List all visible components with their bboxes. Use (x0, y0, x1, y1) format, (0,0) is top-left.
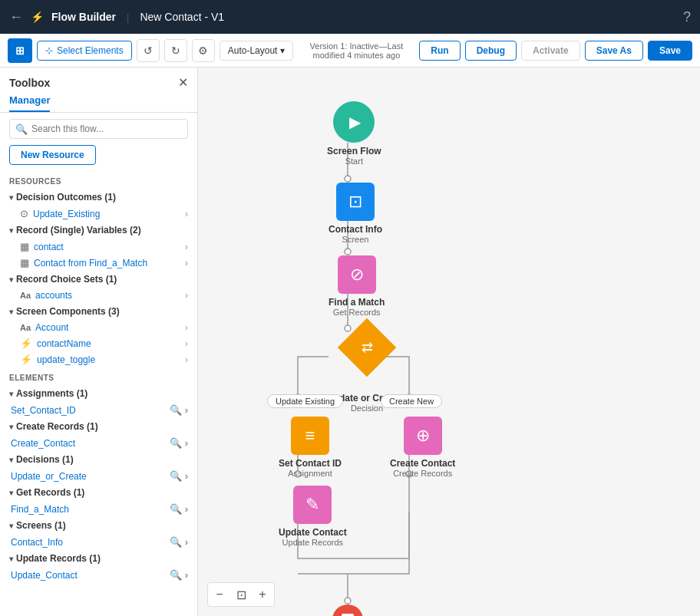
text-icon: Aa (20, 323, 31, 332)
search-icon[interactable]: 🔍 (170, 437, 182, 449)
toolbox-close-button[interactable]: ✕ (178, 75, 188, 90)
search-icon[interactable]: 🔍 (170, 569, 182, 581)
create-contact-sublabel: Create Records (390, 469, 455, 478)
chevron-right-icon: › (185, 322, 188, 333)
toolbox-title: Toolbox (9, 77, 50, 89)
item-label: contactName (37, 338, 185, 349)
create-contact-label: Create Contact (390, 458, 455, 469)
select-elements-button[interactable]: ⊹ Select Elements (37, 41, 132, 61)
cursor-icon: ⊹ (45, 45, 53, 56)
get-records-group[interactable]: ▾ Get Records (1) (0, 484, 197, 501)
debug-button[interactable]: Debug (465, 41, 517, 61)
start-node-sublabel: Start (327, 156, 381, 166)
record-var-icon: ▦ (20, 257, 29, 268)
start-node[interactable]: ▶ Screen Flow Start (327, 101, 381, 166)
manager-tab[interactable]: Manager (9, 94, 50, 112)
save-button[interactable]: Save (648, 41, 692, 61)
element-item[interactable]: Find_a_Match 🔍 › (0, 501, 197, 517)
record-variables-group[interactable]: ▾ Record (Single) Variables (2) (0, 222, 197, 239)
settings-button[interactable]: ⚙ (192, 39, 215, 62)
find-match-node[interactable]: ⊘ Find a Match Get Records (329, 255, 385, 317)
zoom-out-button[interactable]: − (210, 585, 229, 604)
layout-chevron-icon: ▾ (280, 45, 285, 56)
zoom-fit-button[interactable]: ⊡ (231, 585, 251, 604)
chevron-down-icon: ▾ (9, 555, 13, 563)
search-icon[interactable]: 🔍 (170, 470, 182, 482)
zoom-in-button[interactable]: + (253, 585, 272, 604)
new-resource-button[interactable]: New Resource (9, 145, 96, 165)
list-item[interactable]: ⚡ update_toggle › (0, 351, 197, 367)
chevron-right-icon[interactable]: › (185, 503, 188, 515)
toolbox-body: RESOURCES ▾ Decision Outcomes (1) ⊙ Upda… (0, 171, 197, 616)
decision-outcomes-group[interactable]: ▾ Decision Outcomes (1) (0, 189, 197, 206)
search-icon[interactable]: 🔍 (170, 404, 182, 416)
assignment-icon: ≡ (305, 426, 315, 446)
search-icon[interactable]: 🔍 (170, 536, 182, 548)
element-item[interactable]: Create_Contact 🔍 › (0, 435, 197, 451)
list-item[interactable]: ▦ contact › (0, 239, 197, 255)
resources-section-label: RESOURCES (0, 171, 197, 189)
redo-button[interactable]: ↻ (164, 39, 187, 62)
update-record-name: Update_Contact (11, 570, 170, 581)
search-icon[interactable]: 🔍 (170, 503, 182, 515)
element-item[interactable]: Update_or_Create 🔍 › (0, 468, 197, 484)
flow-name: New Contact - V1 (140, 11, 224, 23)
update-contact-label: Update Contact (279, 527, 347, 538)
list-item[interactable]: ⚡ contactName › (0, 335, 197, 351)
update-contact-sublabel: Update Records (279, 538, 347, 547)
element-item[interactable]: Contact_Info 🔍 › (0, 534, 197, 550)
element-item[interactable]: Update_Contact 🔍 › (0, 567, 197, 583)
find-match-sublabel: Get Records (329, 308, 385, 317)
flow-canvas[interactable]: ▶ Screen Flow Start ⊡ Contact Info Scree… (198, 68, 700, 616)
chevron-right-icon: › (185, 258, 188, 268)
record-icon: ⊙ (20, 208, 28, 219)
chevron-right-icon[interactable]: › (185, 404, 188, 416)
list-item[interactable]: ▦ Contact from Find_a_Match › (0, 255, 197, 271)
page-ref-button[interactable]: ⊞ (8, 38, 32, 63)
help-button[interactable]: ? (683, 9, 691, 25)
update-contact-node[interactable]: ✎ Update Contact Update Records (279, 486, 347, 547)
list-item[interactable]: Aa accounts › (0, 288, 197, 303)
layout-button[interactable]: Auto-Layout ▾ (220, 41, 294, 61)
back-button[interactable]: ← (9, 9, 23, 25)
chevron-down-icon: ▾ (9, 308, 13, 316)
create-records-group[interactable]: ▾ Create Records (1) (0, 418, 197, 435)
chevron-right-icon[interactable]: › (185, 536, 188, 548)
search-input[interactable] (9, 119, 188, 139)
search-icon: 🔍 (15, 124, 28, 135)
activate-button[interactable]: Activate (521, 41, 580, 61)
chevron-down-icon: ▾ (9, 423, 13, 431)
set-contact-id-sublabel: Assignment (279, 469, 342, 478)
app-name: Flow Builder (51, 11, 116, 23)
list-item[interactable]: Aa Account › (0, 320, 197, 335)
element-item[interactable]: Set_Contact_ID 🔍 › (0, 402, 197, 418)
chevron-right-icon[interactable]: › (185, 470, 188, 482)
list-item[interactable]: ⊙ Update_Existing › (0, 206, 197, 222)
chevron-right-icon[interactable]: › (185, 437, 188, 449)
assignments-group[interactable]: ▾ Assignments (1) (0, 385, 197, 402)
find-match-label: Find a Match (329, 297, 385, 308)
screen-components-group[interactable]: ▾ Screen Components (3) (0, 303, 197, 320)
start-node-label: Screen Flow (327, 146, 381, 156)
set-contact-id-node[interactable]: ≡ Set Contact ID Assignment (279, 417, 342, 478)
contact-info-node[interactable]: ⊡ Contact Info Screen (329, 183, 382, 244)
end-node[interactable]: End (332, 604, 363, 616)
screens-group[interactable]: ▾ Screens (1) (0, 517, 197, 534)
undo-button[interactable]: ↺ (137, 39, 160, 62)
decisions-group[interactable]: ▾ Decisions (1) (0, 451, 197, 468)
create-contact-node[interactable]: ⊕ Create Contact Create Records (390, 417, 455, 478)
lightning-icon: ⚡ (20, 338, 32, 349)
contact-info-sublabel: Screen (329, 235, 382, 244)
run-button[interactable]: Run (419, 41, 460, 61)
create-records-icon: ⊕ (416, 426, 430, 446)
play-icon: ▶ (349, 113, 361, 131)
svg-point-1 (345, 176, 351, 182)
chevron-down-icon: ▾ (9, 489, 13, 497)
item-label: accounts (35, 290, 185, 301)
create-new-label: Create New (381, 394, 442, 408)
record-choice-sets-group[interactable]: ▾ Record Choice Sets (1) (0, 271, 197, 288)
save-as-button[interactable]: Save As (585, 41, 643, 61)
get-records-icon: ⊘ (350, 265, 364, 285)
chevron-right-icon[interactable]: › (185, 569, 188, 581)
update-records-group[interactable]: ▾ Update Records (1) (0, 550, 197, 567)
